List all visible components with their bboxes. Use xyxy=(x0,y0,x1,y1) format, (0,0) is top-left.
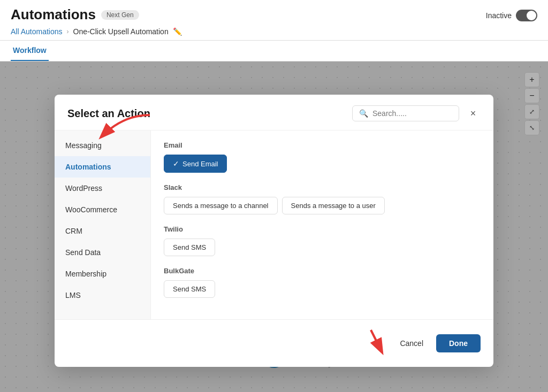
canvas-area: + − ⤢ ⤡ + Select an Action 🔍 xyxy=(0,62,548,392)
page-title: Automations xyxy=(11,6,96,23)
next-gen-badge: Next Gen xyxy=(101,10,139,20)
search-icon: 🔍 xyxy=(359,109,368,118)
sidebar-nav: Messaging Automations WordPress WooComme… xyxy=(55,130,151,319)
sidebar-item-automations[interactable]: Automations xyxy=(55,156,150,178)
email-section: Email ✓ Send Email xyxy=(164,141,481,173)
breadcrumb-parent-link[interactable]: All Automations xyxy=(11,27,63,36)
check-icon: ✓ xyxy=(173,159,179,168)
bulkgate-sms-button[interactable]: Send SMS xyxy=(164,280,215,298)
twilio-section: Twilio Send SMS xyxy=(164,225,481,256)
breadcrumb-current: One-Click Upsell Automation xyxy=(73,27,169,36)
tabs-row: Workflow xyxy=(0,41,548,62)
bulkgate-actions: Send SMS xyxy=(164,280,481,298)
sidebar-item-membership[interactable]: Membership xyxy=(55,263,150,285)
slack-user-button[interactable]: Sends a message to a user xyxy=(282,197,385,214)
sidebar-item-crm[interactable]: CRM xyxy=(55,220,150,242)
sidebar-item-woocommerce[interactable]: WooCommerce xyxy=(55,199,150,220)
slack-actions: Sends a message to a channel Sends a mes… xyxy=(164,197,481,214)
tab-workflow[interactable]: Workflow xyxy=(11,41,49,61)
breadcrumb: All Automations › One-Click Upsell Autom… xyxy=(11,27,537,40)
cancel-button[interactable]: Cancel xyxy=(393,335,430,352)
send-email-button[interactable]: ✓ Send Email xyxy=(164,155,227,173)
title-row: Automations Next Gen Inactive xyxy=(11,6,537,23)
sidebar-item-lms[interactable]: LMS xyxy=(55,285,150,306)
modal-header: Select an Action 🔍 × xyxy=(55,95,493,130)
modal-header-right: 🔍 × xyxy=(352,105,481,121)
search-input[interactable] xyxy=(372,109,452,118)
slack-section: Slack Sends a message to a channel Sends… xyxy=(164,183,481,214)
toggle-knob xyxy=(527,11,536,20)
toggle-switch[interactable] xyxy=(516,10,537,21)
sidebar-item-wordpress[interactable]: WordPress xyxy=(55,178,150,199)
modal-body: Messaging Automations WordPress WooComme… xyxy=(55,130,493,319)
twilio-sms-button[interactable]: Send SMS xyxy=(164,239,215,256)
red-arrow-2 xyxy=(349,327,392,359)
sidebar-item-messaging[interactable]: Messaging xyxy=(55,135,150,156)
inactive-label: Inactive xyxy=(486,11,512,20)
twilio-actions: Send SMS xyxy=(164,239,481,256)
email-actions: ✓ Send Email xyxy=(164,155,481,173)
breadcrumb-separator: › xyxy=(67,28,69,35)
edit-icon[interactable]: ✏️ xyxy=(173,27,182,36)
slack-channel-button[interactable]: Sends a message to a channel xyxy=(164,197,278,214)
modal: Select an Action 🔍 × Messaging Automatio… xyxy=(55,95,493,367)
bulkgate-section: BulkGate Send SMS xyxy=(164,267,481,298)
twilio-section-title: Twilio xyxy=(164,225,481,233)
modal-overlay: Select an Action 🔍 × Messaging Automatio… xyxy=(0,62,548,392)
search-box: 🔍 xyxy=(352,105,459,121)
slack-section-title: Slack xyxy=(164,183,481,191)
bulkgate-section-title: BulkGate xyxy=(164,267,481,275)
send-email-label: Send Email xyxy=(182,160,218,168)
sidebar-item-send-data[interactable]: Send Data xyxy=(55,242,150,263)
close-button[interactable]: × xyxy=(466,106,481,121)
top-header: Automations Next Gen Inactive All Automa… xyxy=(0,0,548,41)
email-section-title: Email xyxy=(164,141,481,149)
modal-title: Select an Action xyxy=(67,107,150,120)
action-content: Email ✓ Send Email Slack Sends a messag xyxy=(151,130,493,319)
inactive-toggle: Inactive xyxy=(486,10,537,21)
modal-footer: Cancel Done xyxy=(55,319,493,367)
done-button[interactable]: Done xyxy=(436,334,481,352)
